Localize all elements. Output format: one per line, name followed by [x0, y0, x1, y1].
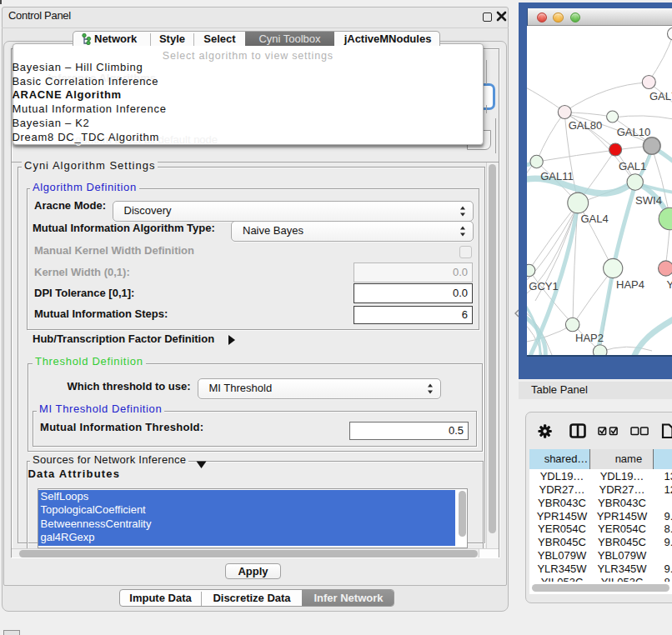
svg-text:SWI4: SWI4 [635, 194, 662, 207]
svg-text:GAL80: GAL80 [569, 119, 602, 132]
svg-text:GCY1: GCY1 [529, 280, 558, 292]
svg-text:HAP2: HAP2 [575, 332, 604, 344]
svg-text:HAP4: HAP4 [616, 278, 644, 291]
svg-text:GAL11: GAL11 [540, 170, 574, 182]
svg-text:GAL7: GAL7 [649, 90, 672, 102]
svg-text:YEL070W: YEL070W [667, 278, 672, 291]
svg-text:GAL1: GAL1 [619, 160, 646, 172]
svg-text:GAL4: GAL4 [580, 212, 608, 225]
svg-text:GAL10: GAL10 [617, 126, 650, 138]
